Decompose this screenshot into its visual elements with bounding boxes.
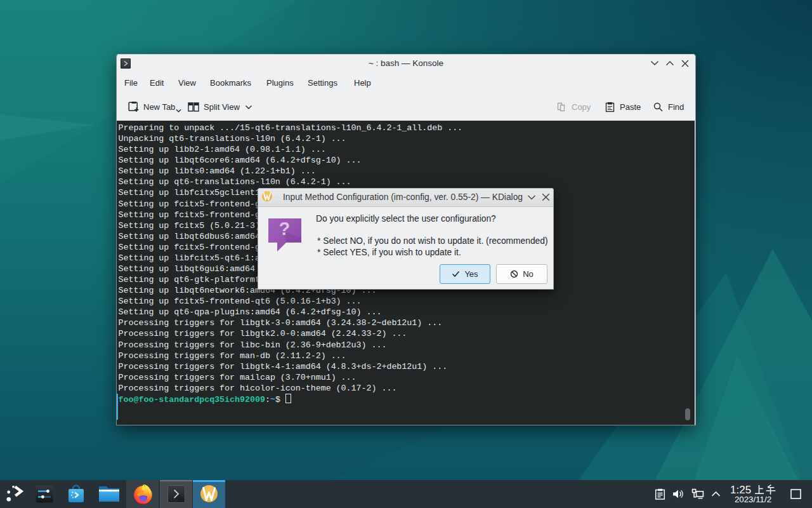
svg-text:?: ? (278, 218, 290, 239)
